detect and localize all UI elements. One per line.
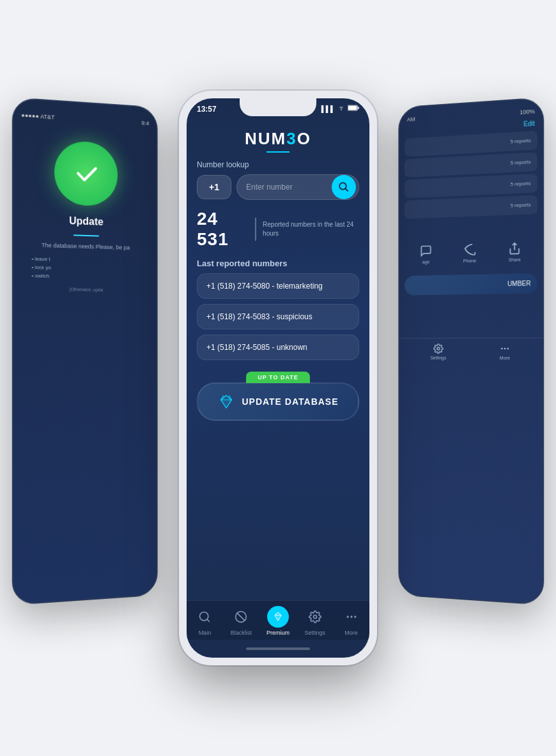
tab-settings-label: Settings xyxy=(305,630,326,636)
svg-line-14 xyxy=(237,613,245,621)
stats-divider xyxy=(255,218,256,241)
right-action-share: Share xyxy=(508,242,521,262)
logo-area: NUM3O xyxy=(197,129,359,153)
phone-background-left: ●●●●● AT&T 9:4 Update The database needs… xyxy=(12,97,158,605)
svg-rect-5 xyxy=(358,107,359,109)
reported-item-3[interactable]: +1 (518) 274-5085 - unknown xyxy=(197,335,359,360)
stats-number: 24 531 xyxy=(197,209,249,250)
search-placeholder[interactable]: Enter number xyxy=(246,183,332,192)
right-list-item-4: 5 reports xyxy=(405,195,537,219)
svg-rect-6 xyxy=(348,106,357,110)
tab-main-label: Main xyxy=(199,630,212,636)
scene: ●●●●● AT&T 9:4 Update The database needs… xyxy=(0,0,556,756)
tab-blacklist-label: Blacklist xyxy=(231,630,252,636)
tab-settings-icon-wrapper xyxy=(304,606,326,628)
search-row: +1 Enter number xyxy=(197,174,359,200)
reported-item-1[interactable]: +1 (518) 274-5080 - telemarketing xyxy=(197,273,359,299)
home-indicator xyxy=(187,640,369,658)
tab-blacklist-icon-wrapper xyxy=(230,606,252,628)
last-reported-label: Last reported numbers xyxy=(197,259,359,268)
phone-main: 13:57 ▌▌▌ xyxy=(179,91,377,665)
tab-more-icon-wrapper xyxy=(341,606,362,628)
right-bottom-actions: age Phone Share xyxy=(399,234,543,271)
svg-point-18 xyxy=(351,616,352,617)
up-to-date-badge: UP TO DATE xyxy=(246,372,310,383)
tab-settings[interactable]: Settings xyxy=(302,606,328,636)
tab-blacklist[interactable]: Blacklist xyxy=(228,606,254,636)
svg-marker-15 xyxy=(275,612,281,621)
right-list-item-3: 5 reports xyxy=(405,174,537,198)
right-tab-bar: Settings More xyxy=(399,338,543,366)
left-status-bar: ●●●●● AT&T 9:4 xyxy=(21,112,149,126)
logo-divider xyxy=(266,151,290,153)
update-button-label: UPDATE DATABASE xyxy=(242,397,338,407)
tab-bar: Main Blacklist xyxy=(187,600,369,640)
svg-point-19 xyxy=(355,616,356,617)
search-input-wrapper: Enter number xyxy=(236,174,359,200)
left-bullet-3: • switch xyxy=(21,272,149,280)
svg-point-17 xyxy=(313,616,316,619)
svg-point-20 xyxy=(347,616,348,617)
right-tab-settings[interactable]: Settings xyxy=(430,344,446,360)
update-area: UP TO DATE UPDATE DATABASE xyxy=(197,372,359,421)
tab-premium-icon-wrapper xyxy=(267,606,289,628)
svg-point-1 xyxy=(504,348,505,349)
tab-main[interactable]: Main xyxy=(191,606,218,636)
diamond-icon xyxy=(217,393,235,411)
search-button[interactable] xyxy=(332,175,356,199)
right-action-phone: Phone xyxy=(463,243,476,264)
country-code-button[interactable]: +1 xyxy=(197,175,231,199)
left-bullet-2: • lock yo xyxy=(21,264,149,273)
phone-screen: 13:57 ▌▌▌ xyxy=(187,98,369,658)
svg-point-0 xyxy=(437,347,440,350)
right-action-message: age xyxy=(420,245,432,264)
right-tab-more[interactable]: More xyxy=(500,344,510,360)
reported-item-2[interactable]: +1 (518) 274-5083 - suspicious xyxy=(197,304,359,329)
stats-area: 24 531 Reported numbers in the last 24 h… xyxy=(197,209,359,250)
left-small-note: (Otherwice, upda xyxy=(69,287,103,292)
tab-more-label: More xyxy=(344,630,358,636)
app-content: NUM3O Number lookup +1 Enter number xyxy=(187,126,369,600)
green-circle-icon xyxy=(54,140,118,207)
app-logo: NUM3O xyxy=(245,129,311,149)
status-time: 13:57 xyxy=(197,105,217,114)
status-bar: 13:57 ▌▌▌ xyxy=(187,98,369,126)
left-update-text: The database needs Please, be pa xyxy=(42,241,130,252)
home-bar xyxy=(246,647,310,650)
signal-icon: ▌▌▌ xyxy=(321,105,335,112)
lookup-label: Number lookup xyxy=(197,160,359,169)
tab-more[interactable]: More xyxy=(338,606,365,636)
svg-point-3 xyxy=(501,348,502,349)
tab-premium-label: Premium xyxy=(266,630,290,636)
tab-main-icon-wrapper xyxy=(194,606,215,628)
update-database-button[interactable]: UPDATE DATABASE xyxy=(197,382,359,421)
right-number-button[interactable]: UMBER xyxy=(405,273,537,296)
svg-point-2 xyxy=(507,348,508,349)
battery-icon xyxy=(348,105,359,112)
left-bullet-1: • leave t xyxy=(21,255,149,264)
phone-background-right: AM 100% Edit 5 reports 5 reports 5 repor… xyxy=(398,97,544,605)
wifi-icon xyxy=(337,105,345,112)
left-divider xyxy=(73,234,99,236)
notch xyxy=(240,98,316,116)
right-list-item-2: 5 reports xyxy=(405,152,537,178)
status-icons: ▌▌▌ xyxy=(321,105,359,112)
tab-premium[interactable]: Premium xyxy=(264,606,292,636)
left-update-title: Update xyxy=(69,215,104,228)
stats-label: Reported numbers in the last 24 hours xyxy=(263,220,359,238)
